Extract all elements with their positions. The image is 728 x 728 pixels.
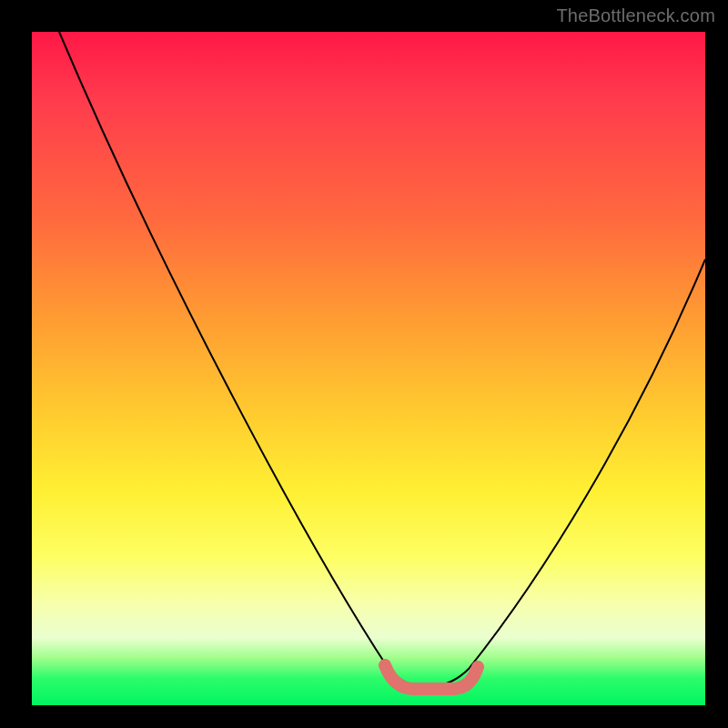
valley-highlight xyxy=(385,665,478,689)
chart-frame: TheBottleneck.com xyxy=(0,0,728,728)
heatmap-background xyxy=(32,32,705,705)
bottleneck-curve xyxy=(59,32,705,687)
curve-layer xyxy=(32,32,705,705)
watermark-text: TheBottleneck.com xyxy=(556,5,715,26)
